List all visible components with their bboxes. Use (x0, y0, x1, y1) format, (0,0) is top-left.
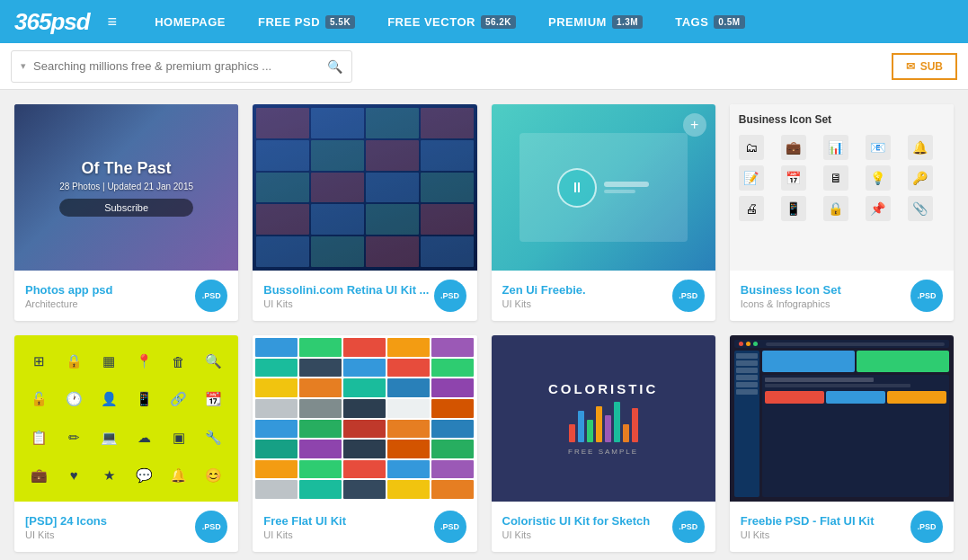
nav-badge-premium: 1.3M (612, 15, 643, 29)
card-meta: Free Flat UI KitUI Kits (263, 514, 433, 540)
nav-link-premium[interactable]: PREMIUM1.3M (532, 0, 659, 43)
nav-links: HOMEPAGEFREE PSD5.5KFREE VECTOR56.2KPREM… (138, 0, 954, 43)
card-coloristic-ui-sketch[interactable]: COLORISTIC FREE SAMPLE Coloristic UI Kit… (492, 335, 715, 552)
card-title: [PSD] 24 Icons (25, 514, 195, 528)
search-bar: ▾ 🔍 ✉ SUB (0, 43, 968, 90)
card-title: Freebie PSD - Flat UI Kit (741, 514, 910, 528)
main-content: Of The Past 28 Photos | Updated 21 Jan 2… (0, 90, 968, 560)
psd-badge: .PSD (672, 280, 705, 312)
hamburger-menu[interactable]: ≡ (108, 13, 118, 31)
psd-badge: .PSD (434, 511, 466, 543)
nav-link-free-psd[interactable]: FREE PSD5.5K (242, 0, 371, 43)
psd-badge: .PSD (195, 511, 227, 543)
card-thumb-freebie-flat-ui (730, 335, 954, 502)
psd-badge: .PSD (910, 280, 943, 312)
psd-badge: .PSD (195, 280, 227, 312)
card-info: Freebie PSD - Flat UI KitUI Kits.PSD (730, 502, 954, 552)
card-thumb-coloristic-ui-sketch: COLORISTIC FREE SAMPLE (492, 335, 715, 502)
brand-logo[interactable]: 365psd (14, 8, 90, 36)
nav-badge-free-psd: 5.5K (325, 15, 355, 29)
card-info: Photos app psdArchitecture.PSD (14, 271, 238, 321)
card-meta: Zen Ui Freebie.UI Kits (502, 283, 672, 309)
card-title: Business Icon Set (741, 283, 910, 297)
cards-grid: Of The Past 28 Photos | Updated 21 Jan 2… (14, 104, 954, 552)
search-dropdown-arrow[interactable]: ▾ (21, 60, 26, 72)
card-info: Free Flat UI KitUI Kits.PSD (253, 502, 476, 552)
card-free-flat-ui-kit[interactable]: Free Flat UI KitUI Kits.PSD (253, 335, 476, 552)
card-thumb-bussolini-ui-kit (253, 104, 476, 271)
card-category: Architecture (25, 298, 195, 309)
card-category: UI Kits (25, 529, 195, 540)
card-category: UI Kits (263, 298, 433, 309)
card-meta: Bussolini.com Retina UI Kit ...UI Kits (263, 283, 433, 309)
subscribe-icon: ✉ (906, 60, 915, 73)
card-category: UI Kits (263, 529, 433, 540)
nav-badge-tags: 0.5M (714, 15, 744, 29)
card-category: UI Kits (502, 529, 672, 540)
card-category: UI Kits (741, 529, 910, 540)
psd-badge: .PSD (672, 511, 705, 543)
nav-link-tags[interactable]: TAGS0.5M (659, 0, 760, 43)
search-field-wrapper: ▾ 🔍 (11, 50, 352, 83)
card-meta: Freebie PSD - Flat UI KitUI Kits (741, 514, 910, 540)
card-thumb-business-icon-set: Business Icon Set 🗂💼📊📧🔔📝📅🖥💡🔑🖨📱🔒📌📎 (730, 104, 954, 271)
card-meta: Coloristic UI Kit for SketchUI Kits (502, 514, 672, 540)
card-business-icon-set[interactable]: Business Icon Set 🗂💼📊📧🔔📝📅🖥💡🔑🖨📱🔒📌📎 Busine… (730, 104, 954, 321)
card-info: [PSD] 24 IconsUI Kits.PSD (14, 502, 238, 552)
card-meta: Photos app psdArchitecture (25, 283, 195, 309)
card-title: Photos app psd (25, 283, 195, 297)
card-thumb-photos-app-psd: Of The Past 28 Photos | Updated 21 Jan 2… (14, 104, 238, 271)
card-thumb-zen-ui-freebie: ⏸ + (492, 104, 715, 271)
card-info: Zen Ui Freebie.UI Kits.PSD (492, 271, 715, 321)
subscribe-label: SUB (920, 60, 943, 73)
card-category: Icons & Infographics (741, 298, 910, 309)
card-thumb-free-flat-ui-kit (253, 335, 476, 502)
card-title: Free Flat UI Kit (263, 514, 433, 528)
card-title: Zen Ui Freebie. (502, 283, 672, 297)
card-title: Bussolini.com Retina UI Kit ... (263, 283, 433, 297)
card-title: Coloristic UI Kit for Sketch (502, 514, 672, 528)
subscribe-button[interactable]: ✉ SUB (892, 53, 957, 80)
nav-link-homepage[interactable]: HOMEPAGE (138, 0, 242, 43)
card-thumb-24-icons: ⊞🔒▦📍🗑🔍🔓🕐👤📱🔗📆📋✏💻☁▣🔧💼♥★💬🔔😊 (14, 335, 238, 502)
search-icon[interactable]: 🔍 (327, 59, 342, 74)
search-input[interactable] (33, 59, 320, 73)
navbar: 365psd ≡ HOMEPAGEFREE PSD5.5KFREE VECTOR… (0, 0, 968, 43)
nav-link-free-vector[interactable]: FREE VECTOR56.2K (371, 0, 532, 43)
card-info: Business Icon SetIcons & Infographics.PS… (730, 271, 954, 321)
psd-badge: .PSD (910, 511, 943, 543)
card-24-icons[interactable]: ⊞🔒▦📍🗑🔍🔓🕐👤📱🔗📆📋✏💻☁▣🔧💼♥★💬🔔😊 [PSD] 24 IconsU… (14, 335, 238, 552)
card-info: Bussolini.com Retina UI Kit ...UI Kits.P… (253, 271, 476, 321)
card-zen-ui-freebie[interactable]: ⏸ + Zen Ui Freebie.UI Kits.PSD (492, 104, 715, 321)
nav-badge-free-vector: 56.2K (481, 15, 516, 29)
card-photos-app-psd[interactable]: Of The Past 28 Photos | Updated 21 Jan 2… (14, 104, 238, 321)
psd-badge: .PSD (434, 280, 466, 312)
card-meta: Business Icon SetIcons & Infographics (741, 283, 910, 309)
card-meta: [PSD] 24 IconsUI Kits (25, 514, 195, 540)
card-freebie-flat-ui[interactable]: Freebie PSD - Flat UI KitUI Kits.PSD (730, 335, 954, 552)
card-category: UI Kits (502, 298, 672, 309)
card-info: Coloristic UI Kit for SketchUI Kits.PSD (492, 502, 715, 552)
card-bussolini-ui-kit[interactable]: Bussolini.com Retina UI Kit ...UI Kits.P… (253, 104, 476, 321)
